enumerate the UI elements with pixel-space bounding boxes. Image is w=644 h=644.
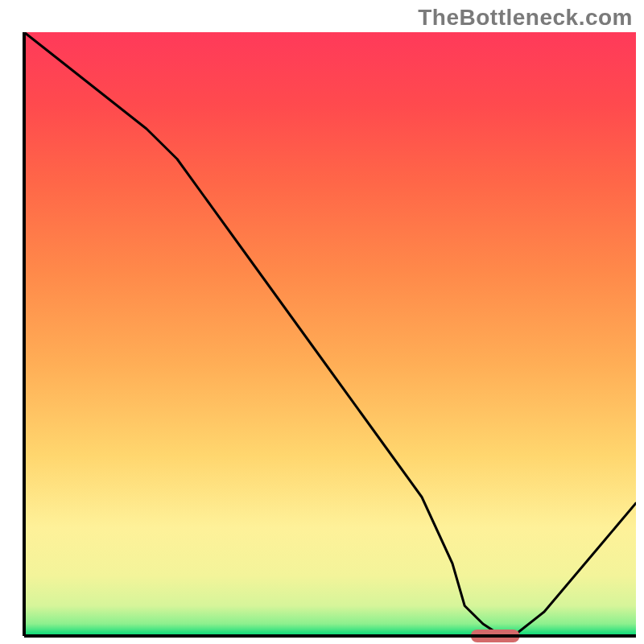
- bottleneck-chart: [0, 0, 644, 644]
- chart-container: TheBottleneck.com: [0, 0, 644, 644]
- watermark-text: TheBottleneck.com: [418, 5, 633, 31]
- gradient-background: [24, 32, 636, 636]
